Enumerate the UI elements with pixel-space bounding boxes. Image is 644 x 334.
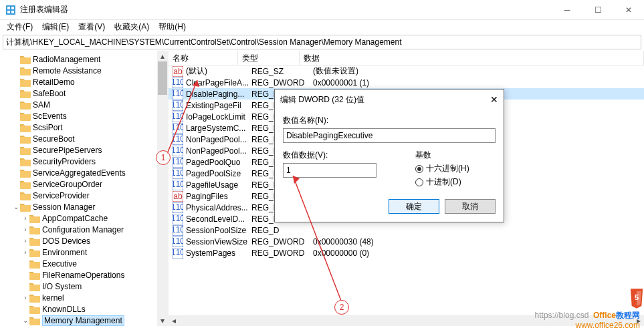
value-row[interactable]: 110SessionViewSizeREG_DWORD0x00000030 (4… <box>169 236 644 247</box>
tree-node[interactable]: Executive <box>0 258 168 269</box>
value-type-icon: 110 <box>173 89 183 100</box>
tree-node[interactable]: ServiceProvider <box>0 190 168 201</box>
tree-node[interactable]: KnownDLLs <box>0 303 168 315</box>
folder-icon <box>29 236 40 246</box>
tree-label: Executive <box>42 259 77 269</box>
tree-label: RadioManagement <box>33 55 100 64</box>
svg-text:110: 110 <box>173 248 183 257</box>
tree-label: DOS Devices <box>42 236 90 246</box>
expand-icon[interactable]: › <box>21 294 29 301</box>
ok-button[interactable]: 确定 <box>389 199 439 214</box>
tree-label: Session Manager <box>33 202 95 212</box>
svg-rect-1 <box>7 7 10 9</box>
radio-dec[interactable]: 十进制(D) <box>415 176 496 188</box>
menu-file[interactable]: 文件(F) <box>3 20 37 34</box>
folder-icon <box>29 214 40 223</box>
folder-icon <box>20 180 31 189</box>
value-type-icon: 110 <box>173 236 183 247</box>
menu-favorites[interactable]: 收藏夹(A) <box>110 20 153 34</box>
tree-node[interactable]: Remote Assistance <box>0 65 168 76</box>
tree-node[interactable]: SecurePipeServers <box>0 144 168 156</box>
value-row[interactable]: 110SessionPoolSizeREG_D <box>169 224 644 236</box>
tree-node[interactable]: SecureBoot <box>0 133 168 144</box>
value-name: (默认) <box>186 65 251 77</box>
tree-node[interactable]: ServiceAggregatedEvents <box>0 167 168 178</box>
tree-node[interactable]: ›DOS Devices <box>0 235 168 246</box>
value-row[interactable]: 110ClearPageFileA...REG_DWORD0x00000001 … <box>169 77 644 88</box>
minimize-button[interactable]: ─ <box>552 0 582 20</box>
address-bar[interactable]: 计算机\HKEY_LOCAL_MACHINE\SYSTEM\CurrentCon… <box>3 35 641 49</box>
annotation-1: 1 <box>156 150 171 165</box>
address-text: 计算机\HKEY_LOCAL_MACHINE\SYSTEM\CurrentCon… <box>6 37 402 48</box>
value-name-field[interactable] <box>283 128 496 143</box>
svg-rect-4 <box>11 11 14 13</box>
menu-help[interactable]: 帮助(H) <box>154 20 190 34</box>
value-name: NonPagedPool... <box>186 146 251 156</box>
value-name: PagedPoolQuo <box>186 158 251 167</box>
value-type-icon: ab <box>173 66 183 77</box>
expand-icon[interactable]: › <box>21 237 29 244</box>
folder-icon <box>29 305 40 314</box>
tree-node[interactable]: FileRenameOperations <box>0 269 168 281</box>
expand-icon[interactable]: ⌄ <box>21 317 29 324</box>
value-type-icon: 110 <box>173 248 183 259</box>
folder-icon <box>20 100 31 110</box>
value-type: REG_DWORD <box>251 248 313 258</box>
value-name: ClearPageFileA... <box>186 78 251 88</box>
value-data: (数值未设置) <box>313 65 644 77</box>
tree-node[interactable]: RadioManagement <box>0 53 168 65</box>
tree-label: ScsiPort <box>33 123 63 132</box>
tree-node[interactable]: SecurityProviders <box>0 156 168 167</box>
folder-icon <box>20 123 31 132</box>
value-type-icon: 110 <box>173 134 183 145</box>
tree-label: I/O System <box>42 282 82 291</box>
folder-icon <box>20 202 31 212</box>
value-row[interactable]: ab(默认)REG_SZ(数值未设置) <box>169 65 644 77</box>
tree-node[interactable]: RetailDemo <box>0 76 168 88</box>
tree-node[interactable]: ScsiPort <box>0 122 168 133</box>
tree-node[interactable]: ›AppCompatCache <box>0 212 168 224</box>
tree-label: Memory Management <box>42 315 124 326</box>
tree-scrollbar[interactable]: ▴▾ <box>157 51 168 326</box>
menu-view[interactable]: 查看(V) <box>74 20 109 34</box>
window-title: 注册表编辑器 <box>20 4 552 15</box>
col-data[interactable]: 数据 <box>300 51 644 65</box>
radio-hex[interactable]: 十六进制(H) <box>415 163 496 174</box>
close-button[interactable]: ✕ <box>613 0 644 20</box>
tree-label: AppCompatCache <box>42 214 108 223</box>
expand-icon[interactable]: › <box>21 214 29 222</box>
tree-node[interactable]: ›Configuration Manager <box>0 224 168 235</box>
tree-node[interactable]: ⌄Memory Management <box>0 315 168 326</box>
tree-node[interactable]: ›kernel <box>0 292 168 303</box>
menu-edit[interactable]: 编辑(E) <box>38 20 73 34</box>
value-name: SecondLevelD... <box>186 214 251 224</box>
svg-text:110: 110 <box>173 236 183 246</box>
expand-icon[interactable]: › <box>21 248 29 256</box>
value-data-field[interactable] <box>283 163 377 178</box>
expand-icon[interactable]: › <box>21 226 29 233</box>
value-row[interactable]: 110SystemPagesREG_DWORD0x00000000 (0) <box>169 247 644 259</box>
maximize-button[interactable]: ☐ <box>582 0 613 20</box>
tree-node[interactable]: SAM <box>0 99 168 110</box>
col-name[interactable]: 名称 <box>169 51 238 65</box>
value-data: 0x00000001 (1) <box>313 78 644 88</box>
svg-text:110: 110 <box>173 100 183 110</box>
svg-text:110: 110 <box>173 89 183 98</box>
tree-label: Environment <box>42 248 87 257</box>
tree-node[interactable]: ⌄Session Manager <box>0 201 168 212</box>
expand-icon[interactable]: ⌄ <box>12 203 20 210</box>
svg-rect-2 <box>11 7 14 9</box>
tree-node[interactable]: ServiceGroupOrder <box>0 178 168 190</box>
cancel-button[interactable]: 取消 <box>445 199 496 214</box>
tree-label: kernel <box>42 293 64 303</box>
tree-node[interactable]: ›Environment <box>0 246 168 258</box>
col-type[interactable]: 类型 <box>238 51 300 65</box>
tree-label: FileRenameOperations <box>42 271 124 280</box>
tree-node[interactable]: SafeBoot <box>0 88 168 99</box>
svg-text:110: 110 <box>173 168 183 178</box>
tree-node[interactable]: ScEvents <box>0 110 168 122</box>
tree-node[interactable]: I/O System <box>0 281 168 292</box>
dialog-close-button[interactable]: ✕ <box>478 94 498 105</box>
html5-badge-icon: 5 <box>629 289 644 309</box>
folder-icon <box>29 259 40 269</box>
